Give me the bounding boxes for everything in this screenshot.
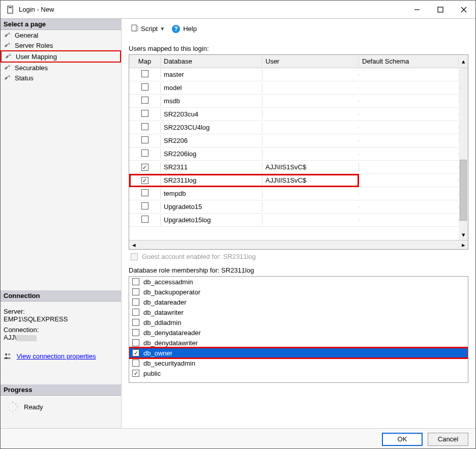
sidebar-item-securables[interactable]: Securables	[1, 63, 121, 73]
cell-schema[interactable]	[359, 87, 459, 89]
map-checkbox[interactable]	[141, 97, 148, 104]
sidebar-item-user-mapping[interactable]: User Mapping	[1, 50, 121, 63]
cell-database[interactable]: SR2206	[161, 136, 262, 145]
horizontal-scrollbar[interactable]: ◂ ▸	[129, 240, 468, 249]
role-checkbox[interactable]	[132, 360, 139, 367]
table-row[interactable]: SR2311AJJ\IIS1SvC$	[129, 161, 468, 174]
cell-user[interactable]	[262, 153, 359, 155]
table-row[interactable]: model	[129, 81, 468, 95]
cell-user[interactable]: AJJ\IIS1SvC$	[262, 175, 359, 185]
col-header-user[interactable]: User	[262, 56, 359, 66]
map-checkbox[interactable]	[141, 202, 148, 209]
role-item[interactable]: db_datawriter	[129, 307, 468, 317]
map-checkbox[interactable]	[141, 164, 148, 171]
col-header-default-schema[interactable]: Default Schema	[359, 56, 459, 66]
scroll-right-icon[interactable]: ▸	[460, 242, 467, 249]
cell-user[interactable]	[262, 219, 359, 221]
cell-user[interactable]: AJJ\IIS1SvC$	[262, 162, 359, 172]
scroll-up-icon[interactable]: ▴	[459, 56, 468, 66]
cell-schema[interactable]	[359, 100, 459, 102]
cell-database[interactable]: SR2311	[161, 162, 262, 172]
cell-user[interactable]	[262, 74, 359, 76]
role-item[interactable]: db_denydatawriter	[129, 338, 468, 348]
minimize-button[interactable]	[405, 1, 429, 18]
cell-schema[interactable]	[359, 219, 459, 221]
sidebar-item-server-roles[interactable]: Server Roles	[1, 40, 121, 50]
role-item[interactable]: db_securityadmin	[129, 358, 468, 368]
cell-schema[interactable]	[359, 140, 459, 142]
cell-user[interactable]	[262, 140, 359, 142]
table-row[interactable]: Upgradeto15	[129, 200, 468, 214]
cell-schema[interactable]	[359, 127, 459, 129]
cell-database[interactable]: SR2203cu4	[161, 109, 262, 119]
scroll-down-icon[interactable]: ▾	[460, 231, 467, 238]
cell-user[interactable]	[262, 127, 359, 129]
cell-schema[interactable]	[359, 206, 459, 208]
cell-schema[interactable]	[359, 74, 459, 76]
cell-user[interactable]	[262, 193, 359, 195]
cell-schema[interactable]	[359, 113, 459, 115]
vertical-scrollbar[interactable]: ▾	[459, 68, 468, 240]
map-checkbox[interactable]	[141, 177, 148, 184]
cell-database[interactable]: SR2311log	[161, 175, 262, 185]
cell-database[interactable]: msdb	[161, 96, 262, 106]
role-item[interactable]: db_datareader	[129, 297, 468, 307]
role-checkbox[interactable]	[132, 349, 139, 356]
table-row[interactable]: msdb	[129, 95, 468, 108]
chevron-down-icon[interactable]: ▼	[160, 26, 165, 32]
col-header-database[interactable]: Database	[161, 56, 262, 66]
view-connection-properties-link[interactable]: View connection properties	[17, 352, 96, 360]
map-checkbox[interactable]	[141, 70, 148, 77]
cell-user[interactable]	[262, 100, 359, 102]
table-row[interactable]: SR2203CU4log	[129, 121, 468, 134]
map-checkbox[interactable]	[141, 216, 148, 223]
role-checkbox[interactable]	[132, 278, 139, 285]
role-checkbox[interactable]	[132, 370, 139, 377]
role-item[interactable]: db_ddladmin	[129, 317, 468, 327]
cell-database[interactable]: Upgradeto15log	[161, 215, 262, 225]
map-checkbox[interactable]	[141, 149, 148, 157]
cell-database[interactable]: SR2206log	[161, 149, 262, 159]
map-checkbox[interactable]	[141, 110, 148, 117]
map-checkbox[interactable]	[141, 136, 148, 143]
sidebar-item-general[interactable]: General	[1, 30, 121, 40]
scrollbar-thumb[interactable]	[460, 160, 467, 221]
cell-user[interactable]	[262, 206, 359, 208]
table-row[interactable]: SR2206log	[129, 147, 468, 161]
table-row[interactable]: Upgradeto15log	[129, 214, 468, 227]
table-row[interactable]: master	[129, 68, 468, 81]
role-item[interactable]: db_backupoperator	[129, 287, 468, 297]
role-item[interactable]: db_accessadmin	[129, 277, 468, 287]
cell-schema[interactable]	[359, 153, 459, 155]
table-row[interactable]: tempdb	[129, 187, 468, 200]
role-checkbox[interactable]	[132, 288, 139, 295]
role-checkbox[interactable]	[132, 309, 139, 316]
help-button[interactable]: ? Help	[172, 25, 197, 33]
table-row[interactable]: SR2206	[129, 134, 468, 147]
role-checkbox[interactable]	[132, 329, 139, 336]
cell-database[interactable]: model	[161, 83, 262, 93]
map-checkbox[interactable]	[141, 123, 148, 130]
table-row[interactable]: SR2203cu4	[129, 108, 468, 121]
cell-database[interactable]: master	[161, 70, 262, 79]
cell-schema[interactable]	[359, 166, 459, 168]
role-checkbox[interactable]	[132, 319, 139, 326]
cell-database[interactable]: tempdb	[161, 189, 262, 198]
map-checkbox[interactable]	[141, 189, 148, 196]
role-item[interactable]: db_owner	[129, 348, 468, 358]
sidebar-item-status[interactable]: Status	[1, 73, 121, 83]
role-item[interactable]: public	[129, 368, 468, 378]
cell-user[interactable]	[262, 87, 359, 89]
role-item[interactable]: db_denydatareader	[129, 327, 468, 338]
cell-user[interactable]	[262, 113, 359, 115]
scroll-left-icon[interactable]: ◂	[130, 242, 137, 249]
role-checkbox[interactable]	[132, 339, 139, 346]
map-checkbox[interactable]	[141, 83, 148, 91]
col-header-map[interactable]: Map	[129, 56, 161, 66]
cell-schema[interactable]	[359, 193, 459, 195]
cell-schema[interactable]	[359, 179, 459, 182]
close-button[interactable]	[452, 1, 475, 18]
cancel-button[interactable]: Cancel	[428, 433, 468, 446]
cell-database[interactable]: SR2203CU4log	[161, 123, 262, 132]
script-button[interactable]: Script ▼	[129, 23, 167, 35]
